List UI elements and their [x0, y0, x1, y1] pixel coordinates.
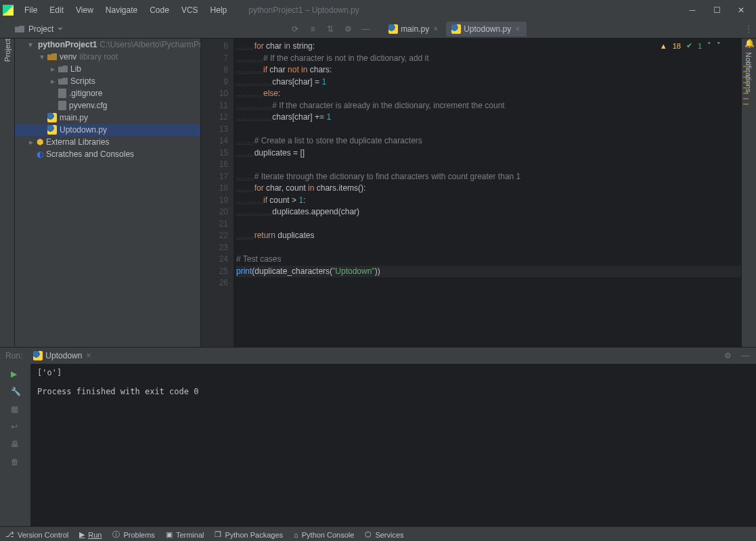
- tree-root-path: C:\Users\Alberto\PycharmProjects\pytho: [99, 40, 201, 49]
- tree-file[interactable]: main.py: [15, 112, 200, 124]
- tree-item[interactable]: .gitignore: [15, 87, 200, 99]
- expand-icon[interactable]: ⇅: [325, 24, 336, 34]
- tab-icon: ▣: [166, 530, 173, 539]
- main-menu: FileEditViewNavigateCodeVCSHelp: [19, 3, 232, 18]
- file-icon: [58, 89, 66, 98]
- window-controls: ─ ☐ ✕: [680, 0, 753, 20]
- run-tab-name: Uptodown: [45, 351, 82, 360]
- close-icon[interactable]: ×: [85, 351, 92, 360]
- tab-menu-icon[interactable]: ⋮: [745, 24, 756, 34]
- line-gutter[interactable]: 67891011121314151617181920212223242526: [201, 39, 234, 347]
- bottom-tab-python-console[interactable]: ⌂Python Console: [294, 531, 354, 539]
- editor[interactable]: 67891011121314151617181920212223242526 .…: [201, 39, 741, 347]
- tree-root-name: pythonProject1: [38, 40, 97, 49]
- hide-icon[interactable]: —: [740, 350, 751, 361]
- folder-icon: [15, 26, 24, 32]
- run-label: Run:: [5, 351, 22, 360]
- menu-code[interactable]: Code: [144, 3, 175, 18]
- minimize-button[interactable]: ─: [680, 0, 705, 20]
- close-icon[interactable]: ×: [514, 24, 521, 34]
- menu-vcs[interactable]: VCS: [176, 3, 204, 18]
- inspection-badges[interactable]: ▲ 18 ✔ 1 ˄ ˅: [660, 41, 721, 50]
- tree-scratches[interactable]: ◐ Scratches and Consoles: [15, 148, 200, 160]
- hide-icon[interactable]: —: [360, 24, 371, 34]
- gear-icon[interactable]: ⚙: [722, 350, 733, 361]
- left-tool-rail[interactable]: Project: [0, 39, 15, 347]
- bottom-tab-python-packages[interactable]: ❒Python Packages: [215, 530, 283, 539]
- ok-icon: ✔: [686, 41, 692, 50]
- project-tree[interactable]: ▾ pythonProject1 C:\Users\Alberto\Pychar…: [15, 39, 201, 347]
- next-warning[interactable]: ˅: [717, 41, 721, 50]
- tree-venv-name: venv: [60, 52, 76, 62]
- tab-name: main.py: [401, 24, 429, 34]
- tree-venv[interactable]: ▾ venv library root: [15, 51, 200, 63]
- tab-label: Terminal: [176, 531, 204, 539]
- python-icon: [47, 125, 57, 135]
- trash-icon[interactable]: 🗑: [11, 457, 20, 467]
- warning-icon: ▲: [660, 42, 667, 50]
- wrench-icon[interactable]: 🔧: [11, 387, 20, 396]
- tree-item[interactable]: pyvenv.cfg: [15, 99, 200, 112]
- editor-tab[interactable]: Uptodown.py×: [446, 22, 527, 37]
- tab-icon: ⓘ: [112, 530, 120, 540]
- tree-root[interactable]: ▾ pythonProject1 C:\Users\Alberto\Pychar…: [15, 39, 200, 51]
- python-icon: [451, 24, 461, 34]
- tab-icon: ⌂: [294, 531, 298, 539]
- run-icon[interactable]: ▶: [11, 369, 20, 379]
- tree-external-libs[interactable]: ▸⬢ External Libraries: [15, 136, 200, 148]
- menu-file[interactable]: File: [19, 3, 43, 18]
- run-toolbar: Run: Uptodown × ⚙ —: [0, 347, 756, 364]
- tab-label: Version Control: [18, 531, 68, 539]
- menu-navigate[interactable]: Navigate: [100, 3, 143, 18]
- close-button[interactable]: ✕: [729, 0, 753, 20]
- tree-item-label: Lib: [70, 64, 81, 74]
- menu-help[interactable]: Help: [205, 3, 233, 18]
- tab-icon: ⬡: [365, 530, 372, 539]
- warning-count: 18: [673, 42, 681, 50]
- file-icon: [58, 101, 66, 110]
- scroll-markers: [743, 66, 749, 105]
- maximize-button[interactable]: ☐: [705, 0, 729, 20]
- run-output[interactable]: ['o'] Process finished with exit code 0: [30, 364, 756, 526]
- layout-icon[interactable]: ▦: [11, 404, 20, 414]
- tab-name: Uptodown.py: [464, 24, 511, 34]
- bottom-tab-run[interactable]: ▶Run: [79, 530, 102, 539]
- folder-icon: [58, 66, 68, 72]
- project-dropdown[interactable]: Project: [0, 24, 67, 34]
- bottom-tab-services[interactable]: ⬡Services: [365, 530, 403, 539]
- titlebar: FileEditViewNavigateCodeVCSHelp pythonPr…: [0, 0, 756, 20]
- tree-file[interactable]: Uptodown.py: [15, 124, 200, 136]
- tab-icon: ▶: [79, 530, 85, 539]
- tab-label: Services: [375, 531, 403, 539]
- bottom-tab-problems[interactable]: ⓘProblems: [112, 530, 154, 540]
- right-tool-rail[interactable]: 🔔 Notifications: [741, 39, 756, 347]
- tree-item[interactable]: ▸Lib: [15, 63, 200, 75]
- prev-warning[interactable]: ˄: [707, 41, 711, 50]
- print-icon[interactable]: 🖶: [11, 440, 20, 449]
- bottom-tab-version-control[interactable]: ⎇Version Control: [5, 530, 68, 539]
- editor-tab[interactable]: main.py×: [383, 22, 445, 37]
- menu-view[interactable]: View: [70, 3, 99, 18]
- tree-item-label: .gitignore: [69, 89, 102, 98]
- tab-label: Run: [88, 531, 102, 539]
- soft-wrap-icon[interactable]: ↩: [11, 422, 20, 431]
- tree-item-label: pyvenv.cfg: [69, 101, 107, 110]
- collapse-icon[interactable]: ≡: [307, 24, 318, 34]
- gear-icon[interactable]: ⚙: [342, 24, 353, 34]
- tree-item[interactable]: ▸Scripts: [15, 75, 200, 87]
- bottom-tab-terminal[interactable]: ▣Terminal: [166, 530, 204, 539]
- sync-icon[interactable]: ⟳: [290, 24, 301, 34]
- tab-icon: ❒: [215, 530, 221, 539]
- close-icon[interactable]: ×: [432, 24, 439, 34]
- project-label: Project: [28, 24, 53, 34]
- bell-icon[interactable]: 🔔: [744, 39, 755, 48]
- run-config-tab[interactable]: Uptodown ×: [29, 350, 96, 362]
- python-icon: [33, 351, 43, 360]
- tree-item-label: Scripts: [70, 76, 95, 86]
- menu-edit[interactable]: Edit: [44, 3, 69, 18]
- run-side-toolbar: ▶ 🔧 ▦ ↩ 🖶 🗑: [0, 364, 30, 526]
- window-title: pythonProject1 – Uptodown.py: [248, 5, 359, 15]
- toolbar: Project ⟳ ≡ ⇅ ⚙ — main.py×Uptodown.py× ⋮: [0, 20, 756, 39]
- run-panel: ▶ 🔧 ▦ ↩ 🖶 🗑 ['o'] Process finished with …: [0, 364, 756, 526]
- code-area[interactable]: ........for char in string:............#…: [234, 39, 741, 347]
